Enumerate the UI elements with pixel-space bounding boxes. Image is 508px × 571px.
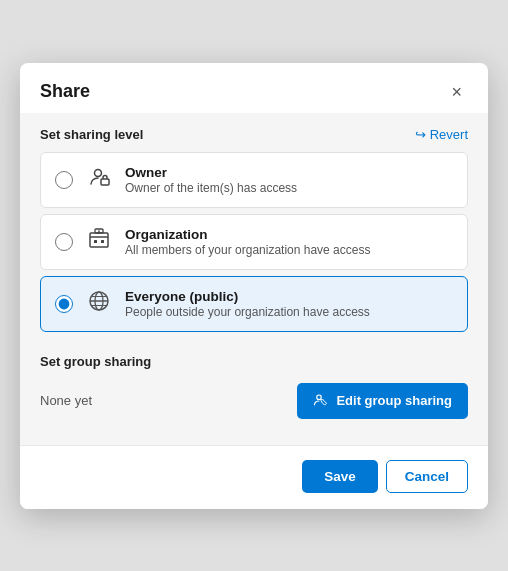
option-everyone[interactable]: Everyone (public) People outside your or… (40, 276, 468, 332)
everyone-desc: People outside your organization have ac… (125, 305, 370, 319)
svg-rect-1 (101, 179, 109, 185)
org-label: Organization (125, 227, 370, 242)
revert-icon: ↩ (415, 127, 426, 142)
dialog-title: Share (40, 81, 90, 102)
dialog-header: Share × (20, 63, 488, 113)
revert-button[interactable]: ↩ Revert (415, 127, 468, 142)
globe-icon (85, 289, 113, 319)
dialog-footer: Save Cancel (20, 445, 488, 509)
edit-group-icon (313, 392, 328, 410)
edit-group-button[interactable]: Edit group sharing (297, 383, 468, 419)
everyone-text: Everyone (public) People outside your or… (125, 289, 370, 319)
owner-label: Owner (125, 165, 297, 180)
group-row: None yet Edit group sharing (40, 379, 468, 427)
svg-rect-4 (101, 240, 104, 243)
svg-point-8 (317, 395, 322, 400)
svg-point-0 (95, 169, 102, 176)
sharing-level-title: Set sharing level (40, 127, 143, 142)
everyone-label: Everyone (public) (125, 289, 370, 304)
org-desc: All members of your organization have ac… (125, 243, 370, 257)
owner-icon (85, 165, 113, 195)
org-text: Organization All members of your organiz… (125, 227, 370, 257)
radio-options: Owner Owner of the item(s) has access (40, 152, 468, 338)
owner-desc: Owner of the item(s) has access (125, 181, 297, 195)
svg-rect-2 (90, 233, 108, 247)
radio-everyone[interactable] (55, 295, 73, 313)
group-sharing-section: Set group sharing None yet Edit group sh… (40, 338, 468, 427)
group-sharing-title: Set group sharing (40, 354, 468, 369)
edit-group-label: Edit group sharing (336, 393, 452, 408)
svg-rect-3 (94, 240, 97, 243)
save-button[interactable]: Save (302, 460, 378, 493)
radio-organization[interactable] (55, 233, 73, 251)
revert-label: Revert (430, 127, 468, 142)
radio-owner[interactable] (55, 171, 73, 189)
close-button[interactable]: × (445, 81, 468, 103)
option-owner[interactable]: Owner Owner of the item(s) has access (40, 152, 468, 208)
cancel-button[interactable]: Cancel (386, 460, 468, 493)
owner-text: Owner Owner of the item(s) has access (125, 165, 297, 195)
share-dialog: Share × Set sharing level ↩ Revert (20, 63, 488, 509)
none-yet-label: None yet (40, 393, 92, 408)
dialog-body: Set sharing level ↩ Revert (20, 113, 488, 445)
sharing-level-header: Set sharing level ↩ Revert (40, 113, 468, 152)
org-icon (85, 227, 113, 257)
option-organization[interactable]: Organization All members of your organiz… (40, 214, 468, 270)
